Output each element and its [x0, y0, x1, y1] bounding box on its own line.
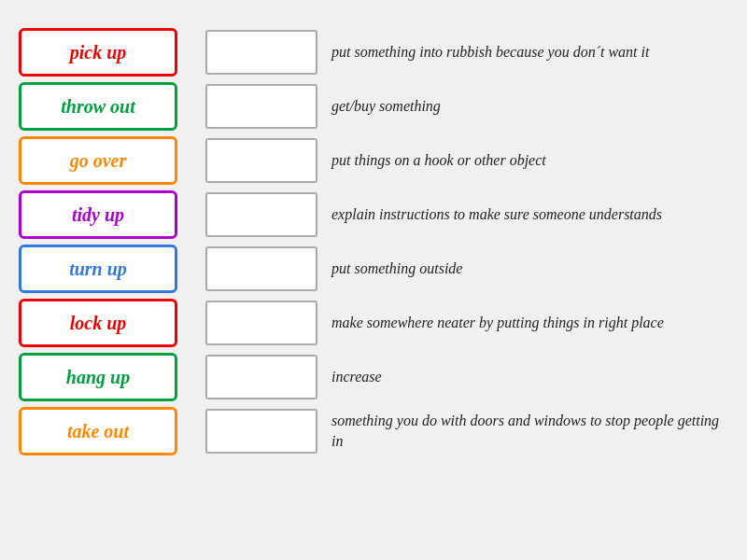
match-row: explain instructions to make sure someon…: [205, 190, 728, 239]
definitions-column: put something into rubbish because you d…: [205, 28, 728, 455]
definition-1: get/buy something: [331, 96, 728, 117]
drop-box-2[interactable]: [205, 138, 317, 183]
phrase-btn-turn-up[interactable]: turn up: [19, 245, 177, 293]
phrase-btn-hang-up[interactable]: hang up: [19, 353, 177, 401]
phrase-btn-throw-out[interactable]: throw out: [19, 82, 177, 131]
match-row: put something outside: [205, 245, 728, 293]
match-row: put things on a hook or other object: [205, 136, 728, 185]
definition-2: put things on a hook or other object: [331, 150, 728, 171]
main-container: pick upthrow outgo overtidy upturn uploc…: [19, 28, 728, 455]
definition-4: put something outside: [331, 259, 728, 279]
phrase-btn-pick-up[interactable]: pick up: [19, 28, 177, 77]
phrase-btn-lock-up[interactable]: lock up: [19, 299, 177, 347]
match-row: put something into rubbish because you d…: [205, 28, 728, 77]
phrase-btn-take-out[interactable]: take out: [19, 407, 177, 455]
drop-box-0[interactable]: [205, 30, 317, 75]
drop-box-6[interactable]: [205, 355, 317, 399]
drop-box-1[interactable]: [205, 84, 317, 129]
drop-box-3[interactable]: [205, 192, 317, 237]
definition-5: make somewhere neater by putting things …: [331, 313, 728, 333]
drop-box-5[interactable]: [205, 301, 317, 345]
match-row: increase: [205, 353, 728, 401]
definition-7: something you do with doors and windows …: [331, 411, 728, 451]
drop-box-4[interactable]: [205, 246, 317, 291]
match-row: get/buy something: [205, 82, 728, 131]
phrases-column: pick upthrow outgo overtidy upturn uploc…: [19, 28, 177, 455]
phrase-btn-tidy-up[interactable]: tidy up: [19, 190, 177, 239]
definition-0: put something into rubbish because you d…: [331, 42, 728, 63]
phrase-btn-go-over[interactable]: go over: [19, 136, 177, 185]
match-row: make somewhere neater by putting things …: [205, 299, 728, 347]
drop-box-7[interactable]: [205, 409, 317, 454]
definition-3: explain instructions to make sure someon…: [331, 204, 728, 225]
definition-6: increase: [331, 367, 728, 387]
match-row: something you do with doors and windows …: [205, 407, 728, 455]
